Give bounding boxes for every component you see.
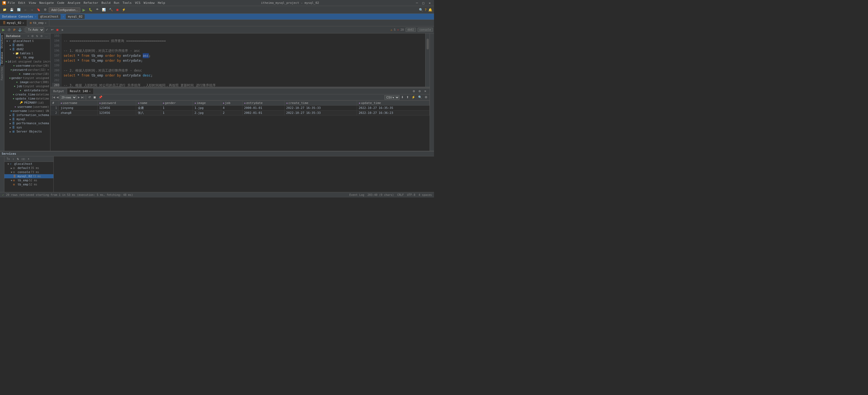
result-settings-button[interactable]: ⚙ <box>424 95 429 100</box>
commit-button[interactable]: ✓ <box>45 27 49 32</box>
menu-analyze[interactable]: Analyze <box>68 1 80 5</box>
sidebar-tab-structure[interactable]: Structure <box>0 33 4 50</box>
tab-mysql02[interactable]: 🗄 mysql_02 ✕ <box>0 20 27 26</box>
tree-item-tbemp[interactable]: ▼ ⊞ tb_emp <box>4 55 50 59</box>
minimize-button[interactable]: ─ <box>415 1 419 5</box>
menu-help[interactable]: Help <box>158 1 165 5</box>
table-row[interactable]: 1 jinyong 123456 金庸 1 1.jpg 4 2000-01-01… <box>51 106 430 111</box>
reload-button[interactable]: ↺ <box>87 95 92 100</box>
stop-result-button[interactable]: ◼ <box>92 95 97 100</box>
services-add-button[interactable]: + <box>27 157 30 161</box>
menu-window[interactable]: Window <box>144 1 155 5</box>
profile-button[interactable]: 📊 <box>101 7 107 12</box>
col-header-password[interactable]: ▪password <box>97 101 136 106</box>
console-badge[interactable]: console <box>417 28 433 32</box>
tree-item-server-objects[interactable]: ▶ 🖥 Server Objects <box>4 130 50 134</box>
search-icon[interactable]: 🔍 <box>419 8 423 12</box>
tree-item-col-username[interactable]: ▪ username varchar(20) <box>4 64 50 68</box>
col-header-updatetime[interactable]: ▪update_time <box>357 101 430 106</box>
col-header-createtime[interactable]: ▪create_time <box>284 101 357 106</box>
services-tree-localhost[interactable]: ▼ ⚡ @localhost <box>4 162 54 166</box>
code-editor[interactable]: 193 194 195 196 197 198 199 200 201 202 … <box>51 33 425 87</box>
services-tree-mysql02[interactable]: 🗄 mysql_02 73 ms <box>4 174 54 178</box>
open-folder-button[interactable]: 📁 <box>2 7 8 12</box>
pin-result-button[interactable]: 📌 <box>97 95 103 100</box>
tree-item-idx-username2[interactable]: ◈ username (username) UN <box>4 109 50 113</box>
prev-page-button[interactable]: ◀ <box>56 95 59 99</box>
col-header-entrydate[interactable]: ▪entrydate <box>242 101 284 106</box>
back-button[interactable]: ← <box>23 8 28 12</box>
services-sort-button[interactable]: ↕ <box>11 157 15 161</box>
mysql02-tab[interactable]: mysql_02 <box>66 14 85 19</box>
tab-tbemp[interactable]: ⊞ tb_emp ✕ <box>27 20 49 26</box>
services-layout-button[interactable]: □□ <box>21 157 26 161</box>
result-tab-close[interactable]: ✕ <box>89 90 91 93</box>
tree-item-db01[interactable]: ▶ 🗄 db01 <box>4 43 50 47</box>
tree-item-col-name[interactable]: ▪ name varchar(10) <box>4 72 50 76</box>
menu-view[interactable]: View <box>29 1 36 5</box>
menu-edit[interactable]: Edit <box>18 1 26 5</box>
tree-item-col-id[interactable]: ▪ id int unsigned (auto incre <box>4 59 50 64</box>
menu-run[interactable]: Run <box>114 1 119 5</box>
last-page-button[interactable]: ▶| <box>81 95 85 99</box>
execute-button[interactable]: ▶ <box>1 27 6 32</box>
tab-tbemp-close[interactable]: ✕ <box>45 21 46 24</box>
next-page-button[interactable]: ▶ <box>77 95 81 99</box>
tree-item-perfschema[interactable]: ▶ 🗄 performance_schema <box>4 121 50 125</box>
format-button[interactable]: ≡ <box>60 28 64 32</box>
save-button[interactable]: 💾 <box>9 7 15 12</box>
cancel-button[interactable]: ◼ <box>55 27 60 32</box>
tree-item-key-primary[interactable]: 🔑 PRIMARY (id) <box>4 101 50 105</box>
services-tree-tbemp2[interactable]: ⊞ tb_emp 52 ms <box>4 182 54 187</box>
tab-output[interactable]: Output <box>51 88 67 94</box>
sidebar-filter-button[interactable]: ⚙ <box>30 34 34 38</box>
tree-item-mysql[interactable]: ▶ 🗄 mysql <box>4 117 50 121</box>
tree-item-col-gender[interactable]: ▪ gender tinyint unsigned <box>4 76 50 80</box>
stop-button[interactable]: ◼ <box>115 7 120 12</box>
tree-item-col-image[interactable]: ▪ image varchar(300) <box>4 80 50 84</box>
settings2-button[interactable]: ⚙ <box>417 89 422 93</box>
sidebar-tab-favorites[interactable]: Favorites <box>0 65 4 82</box>
filter-result-button[interactable]: ⚡ <box>410 95 416 100</box>
services-tree-tbemp[interactable]: ▼ ⊞ tb_emp 52 ms <box>4 178 54 182</box>
help-icon[interactable]: ? <box>425 8 427 12</box>
tree-item-idx-username[interactable]: ◈ username (username) <box>4 105 50 109</box>
services-filter-button[interactable]: ⇅ <box>16 157 20 161</box>
tree-item-col-updatetime[interactable]: ▪ update_time datetime <box>4 96 50 101</box>
sidebar-sort-button[interactable]: ⇅ <box>35 34 39 38</box>
tree-item-col-createtime[interactable]: ▪ create_time datetime <box>4 92 50 96</box>
scrollbar-thumb[interactable] <box>427 39 429 49</box>
tree-item-col-password[interactable]: ▪ password varchar(32) = <box>4 68 50 72</box>
menu-refactor[interactable]: Refactor <box>84 1 98 5</box>
export-format-select[interactable]: CSV ▾ <box>384 95 400 100</box>
tree-item-col-job[interactable]: ▪ job tinyint unsigned <box>4 84 50 88</box>
col-header-gender[interactable]: ▪gender <box>161 101 193 106</box>
rollback-button[interactable]: ↩ <box>50 27 55 32</box>
settings-button[interactable]: ⚙ <box>43 7 48 12</box>
maximize-button[interactable]: □ <box>422 1 426 5</box>
sidebar-tab-database[interactable]: Database <box>0 50 4 65</box>
table-row[interactable]: 2 zhang8 123456 张八 1 2.jpg 2 2002-01-01 … <box>51 111 430 115</box>
coverage-button[interactable]: ☂ <box>95 7 100 12</box>
db-badge[interactable]: db02 <box>405 28 416 32</box>
sidebar-more-button[interactable]: … <box>44 34 49 38</box>
col-header-image[interactable]: ▪image <box>193 101 221 106</box>
code-content[interactable]: -- ==================== 排序查询 ===========… <box>61 33 425 87</box>
col-header-job[interactable]: ▪job <box>221 101 242 106</box>
debug-button[interactable]: 🐛 <box>88 7 94 12</box>
anchor-button[interactable]: ⚓ <box>17 27 23 32</box>
tree-item-col-entrydate[interactable]: ▪ entrydate date <box>4 88 50 92</box>
tx-mode-select[interactable]: Tx: Auto <box>26 27 44 32</box>
sidebar-settings-button[interactable]: ⚙ <box>39 34 43 38</box>
tree-item-localhost[interactable]: ▼ ⚡ @localhost 6 <box>4 39 50 43</box>
menu-file[interactable]: File <box>8 1 15 5</box>
menu-navigate[interactable]: Navigate <box>39 1 54 5</box>
close-bottom-button[interactable]: ✕ <box>423 89 427 93</box>
close-button[interactable]: ✕ <box>428 1 432 5</box>
forward-button[interactable]: → <box>29 8 34 12</box>
notifications-icon[interactable]: 🔔 <box>428 8 432 12</box>
tree-item-sys[interactable]: ▶ 🗄 sys <box>4 125 50 130</box>
menu-build[interactable]: Build <box>101 1 111 5</box>
menu-tools[interactable]: Tools <box>122 1 131 5</box>
tab-mysql02-close[interactable]: ✕ <box>23 21 24 24</box>
